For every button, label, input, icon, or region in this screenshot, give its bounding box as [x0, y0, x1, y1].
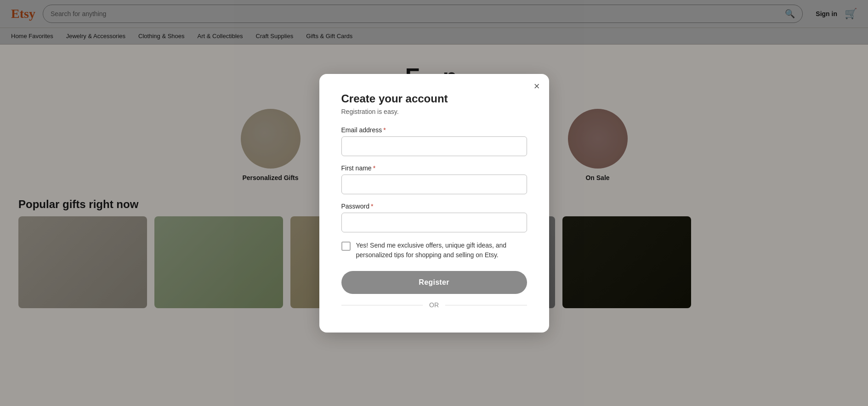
modal-subtitle: Registration is easy.: [341, 108, 527, 115]
first-name-input[interactable]: [341, 175, 527, 194]
modal-close-button[interactable]: ×: [534, 81, 540, 91]
or-divider: OR: [341, 301, 527, 309]
password-label: Password*: [341, 203, 527, 210]
email-label: Email address*: [341, 126, 527, 134]
email-group: Email address*: [341, 126, 527, 156]
password-group: Password*: [341, 203, 527, 232]
email-input[interactable]: [341, 136, 527, 156]
newsletter-checkbox[interactable]: [341, 242, 351, 251]
first-name-group: First name*: [341, 164, 527, 194]
first-name-required-star: *: [373, 164, 375, 172]
newsletter-checkbox-label: Yes! Send me exclusive offers, unique gi…: [356, 241, 527, 260]
registration-modal: × Create your account Registration is ea…: [319, 74, 549, 309]
password-input[interactable]: [341, 213, 527, 232]
register-button[interactable]: Register: [341, 271, 527, 294]
modal-overlay: × Create your account Registration is ea…: [0, 0, 868, 308]
modal-title: Create your account: [341, 92, 527, 105]
email-required-star: *: [383, 126, 386, 134]
password-required-star: *: [371, 203, 373, 210]
first-name-label: First name*: [341, 164, 527, 172]
newsletter-checkbox-group: Yes! Send me exclusive offers, unique gi…: [341, 241, 527, 260]
